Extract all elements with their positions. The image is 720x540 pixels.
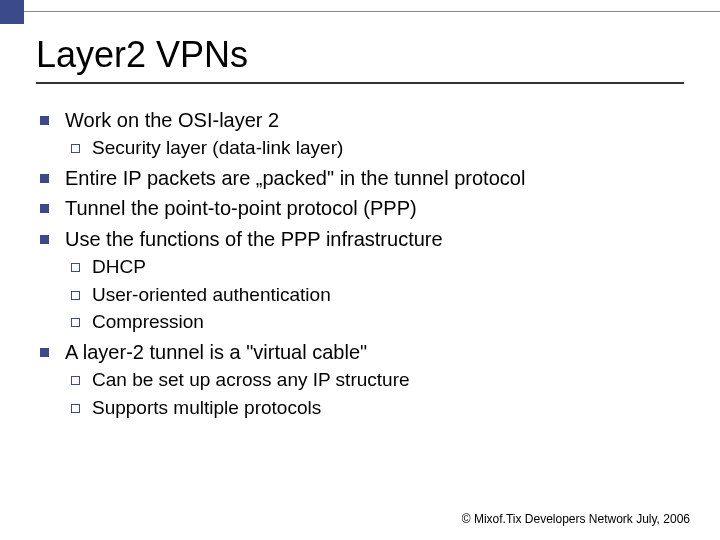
sub-bullet-text: Can be set up across any IP structure <box>92 366 410 394</box>
square-bullet-icon <box>40 348 49 357</box>
bullet-item: Tunnel the point-to-point protocol (PPP) <box>40 194 684 222</box>
slide-body: Layer2 VPNs Work on the OSI-layer 2Secur… <box>36 34 684 520</box>
bullet-body: A layer-2 tunnel is a "virtual cable"Can… <box>65 338 684 421</box>
slide-content: Work on the OSI-layer 2Security layer (d… <box>36 106 684 421</box>
sub-bullet-item: Security layer (data-link layer) <box>71 134 684 162</box>
sub-bullet-item: Can be set up across any IP structure <box>71 366 684 394</box>
bullet-text: Use the functions of the PPP infrastruct… <box>65 225 684 253</box>
bullet-item: Work on the OSI-layer 2Security layer (d… <box>40 106 684 162</box>
bullet-item: Entire IP packets are „packed" in the tu… <box>40 164 684 192</box>
bullet-text: Tunnel the point-to-point protocol (PPP) <box>65 194 684 222</box>
sub-bullet-list: DHCPUser-oriented authenticationCompress… <box>65 253 684 336</box>
square-bullet-icon <box>40 235 49 244</box>
square-bullet-icon <box>40 174 49 183</box>
accent-square-icon <box>0 0 24 24</box>
sub-bullet-item: User-oriented authentication <box>71 281 684 309</box>
hollow-square-bullet-icon <box>71 263 80 272</box>
accent-line <box>24 0 720 12</box>
sub-bullet-item: Compression <box>71 308 684 336</box>
sub-bullet-item: DHCP <box>71 253 684 281</box>
sub-bullet-item: Supports multiple protocols <box>71 394 684 422</box>
hollow-square-bullet-icon <box>71 404 80 413</box>
footer-copyright: © Mixof.Tix Developers Network July, 200… <box>462 512 690 526</box>
bullet-body: Entire IP packets are „packed" in the tu… <box>65 164 684 192</box>
hollow-square-bullet-icon <box>71 144 80 153</box>
sub-bullet-list: Security layer (data-link layer) <box>65 134 684 162</box>
bullet-text: A layer-2 tunnel is a "virtual cable" <box>65 338 684 366</box>
sub-bullet-list: Can be set up across any IP structureSup… <box>65 366 684 421</box>
bullet-body: Use the functions of the PPP infrastruct… <box>65 225 684 336</box>
bullet-body: Work on the OSI-layer 2Security layer (d… <box>65 106 684 162</box>
square-bullet-icon <box>40 204 49 213</box>
square-bullet-icon <box>40 116 49 125</box>
bullet-body: Tunnel the point-to-point protocol (PPP) <box>65 194 684 222</box>
bullet-item: Use the functions of the PPP infrastruct… <box>40 225 684 336</box>
sub-bullet-text: User-oriented authentication <box>92 281 331 309</box>
hollow-square-bullet-icon <box>71 291 80 300</box>
top-accent-bar <box>0 0 720 26</box>
slide-title: Layer2 VPNs <box>36 34 684 84</box>
sub-bullet-text: Compression <box>92 308 204 336</box>
sub-bullet-text: Security layer (data-link layer) <box>92 134 343 162</box>
bullet-text: Entire IP packets are „packed" in the tu… <box>65 164 684 192</box>
bullet-item: A layer-2 tunnel is a "virtual cable"Can… <box>40 338 684 421</box>
hollow-square-bullet-icon <box>71 318 80 327</box>
bullet-list: Work on the OSI-layer 2Security layer (d… <box>40 106 684 421</box>
bullet-text: Work on the OSI-layer 2 <box>65 106 684 134</box>
hollow-square-bullet-icon <box>71 376 80 385</box>
sub-bullet-text: Supports multiple protocols <box>92 394 321 422</box>
sub-bullet-text: DHCP <box>92 253 146 281</box>
